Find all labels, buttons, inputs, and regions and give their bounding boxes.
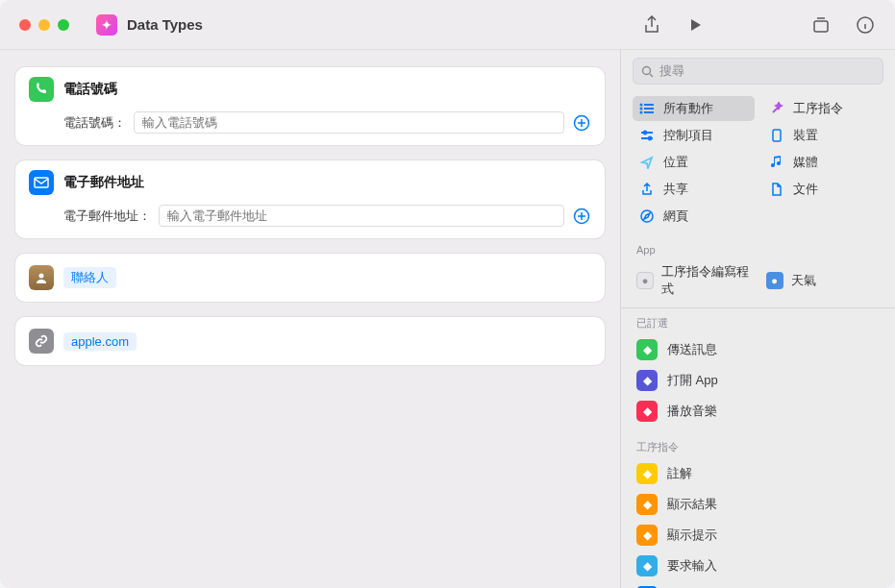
action-list-item[interactable]: ◆註解 <box>621 458 895 489</box>
action-list-item[interactable]: ◆播放音樂 <box>621 396 895 427</box>
url-action[interactable]: apple.com <box>15 317 605 365</box>
category-music[interactable]: 媒體 <box>762 150 884 175</box>
email-address-action[interactable]: 電子郵件地址 電子郵件地址： <box>15 160 605 238</box>
category-label: 網頁 <box>663 208 688 225</box>
phone-number-input[interactable] <box>134 111 564 134</box>
list-icon <box>638 100 656 117</box>
library-button[interactable] <box>810 14 832 36</box>
action-icon: ◆ <box>636 494 658 515</box>
run-button[interactable] <box>685 14 707 36</box>
action-library-sidebar: 搜尋 所有動作工序指令控制項目裝置位置媒體共享文件網頁 App ●工序指令編寫程… <box>620 50 895 588</box>
app-item[interactable]: ●天氣 <box>762 259 884 302</box>
action-icon: ◆ <box>636 339 658 360</box>
category-list[interactable]: 所有動作 <box>633 96 755 121</box>
app-icon: ● <box>766 272 783 289</box>
search-input[interactable]: 搜尋 <box>633 58 883 85</box>
category-label: 所有動作 <box>663 100 713 117</box>
document-icon <box>768 181 785 198</box>
add-button[interactable] <box>572 113 591 133</box>
fullscreen-window-button[interactable] <box>58 19 69 31</box>
svg-point-9 <box>640 108 643 110</box>
window-controls <box>19 19 69 31</box>
action-list-item[interactable]: ◆顯示結果 <box>621 489 895 520</box>
action-label: 播放音樂 <box>667 403 717 420</box>
action-icon: ◆ <box>636 525 658 546</box>
music-icon <box>768 154 785 171</box>
info-button[interactable] <box>855 14 876 36</box>
phone-number-action[interactable]: 電話號碼 電話號碼： <box>15 67 605 145</box>
svg-point-7 <box>640 104 643 107</box>
add-button[interactable] <box>572 207 591 226</box>
contact-icon <box>29 265 54 290</box>
category-location[interactable]: 位置 <box>633 150 755 175</box>
action-label: 打開 App <box>667 372 718 389</box>
action-icon: ◆ <box>636 463 658 484</box>
link-icon <box>29 329 54 354</box>
phone-icon <box>29 77 54 102</box>
contact-token[interactable]: 聯絡人 <box>63 267 116 288</box>
category-label: 位置 <box>663 154 688 171</box>
app-item[interactable]: ●工序指令編寫程式 <box>633 259 755 302</box>
svg-point-6 <box>643 66 651 74</box>
category-label: 共享 <box>663 181 688 198</box>
action-icon: ◆ <box>636 555 658 576</box>
window-title: Data Types <box>127 16 203 33</box>
device-icon <box>768 127 785 144</box>
svg-point-13 <box>644 132 647 135</box>
share-button[interactable] <box>641 14 662 36</box>
svg-point-11 <box>640 111 643 114</box>
app-item[interactable]: ●地圖 <box>762 304 884 306</box>
action-icon: ◆ <box>636 370 658 391</box>
category-sliders[interactable]: 控制項目 <box>633 123 755 148</box>
app-icon: ✦ <box>96 14 117 36</box>
category-label: 媒體 <box>793 154 818 171</box>
category-label: 工序指令 <box>793 100 843 117</box>
minimize-window-button[interactable] <box>38 19 50 31</box>
svg-rect-15 <box>773 130 781 141</box>
category-share[interactable]: 共享 <box>633 177 755 202</box>
workflow-editor[interactable]: 電話號碼 電話號碼： 電子郵件地址 電子郵件地址： <box>0 50 620 588</box>
action-title: 電話號碼 <box>63 81 117 98</box>
action-title: 電子郵件地址 <box>63 174 144 191</box>
app-label: 天氣 <box>791 272 816 289</box>
mail-icon <box>29 170 54 195</box>
field-label: 電話號碼： <box>63 114 126 132</box>
close-window-button[interactable] <box>19 19 31 31</box>
app-icon: ● <box>636 272 654 289</box>
titlebar: ✦ Data Types <box>0 0 895 50</box>
category-label: 裝置 <box>793 127 818 144</box>
svg-rect-8 <box>644 104 654 106</box>
action-list-item[interactable]: ◆計數 <box>621 581 895 588</box>
email-address-input[interactable] <box>159 205 564 227</box>
category-magic[interactable]: 工序指令 <box>762 96 884 121</box>
action-label: 顯示結果 <box>667 496 717 513</box>
app-item[interactable]: ●列印中心 <box>633 304 755 306</box>
field-label: 電子郵件地址： <box>63 208 151 225</box>
action-label: 顯示提示 <box>667 527 717 544</box>
apps-section-label: App <box>621 238 895 259</box>
svg-rect-12 <box>644 111 654 113</box>
category-label: 文件 <box>793 181 818 198</box>
category-document[interactable]: 文件 <box>762 177 884 202</box>
action-list-item[interactable]: ◆打開 App <box>621 365 895 396</box>
category-safari[interactable]: 網頁 <box>633 204 755 229</box>
action-icon: ◆ <box>636 401 658 422</box>
location-icon <box>638 154 656 171</box>
svg-rect-3 <box>35 178 48 187</box>
search-placeholder: 搜尋 <box>659 62 684 80</box>
action-label: 註解 <box>667 465 692 482</box>
action-list-item[interactable]: ◆顯示提示 <box>621 520 895 551</box>
action-list-item[interactable]: ◆要求輸入 <box>621 551 895 581</box>
contact-action[interactable]: 聯絡人 <box>15 254 605 302</box>
url-token[interactable]: apple.com <box>63 332 137 351</box>
svg-point-5 <box>39 274 44 279</box>
action-list-item[interactable]: ◆傳送訊息 <box>621 334 895 365</box>
action-label: 要求輸入 <box>667 557 717 575</box>
category-label: 控制項目 <box>663 127 713 144</box>
svg-rect-0 <box>814 21 828 32</box>
svg-rect-10 <box>644 108 654 110</box>
app-label: 工序指令編寫程式 <box>661 263 751 298</box>
action-label: 傳送訊息 <box>667 341 717 358</box>
svg-point-14 <box>649 137 652 140</box>
category-device[interactable]: 裝置 <box>762 123 884 148</box>
